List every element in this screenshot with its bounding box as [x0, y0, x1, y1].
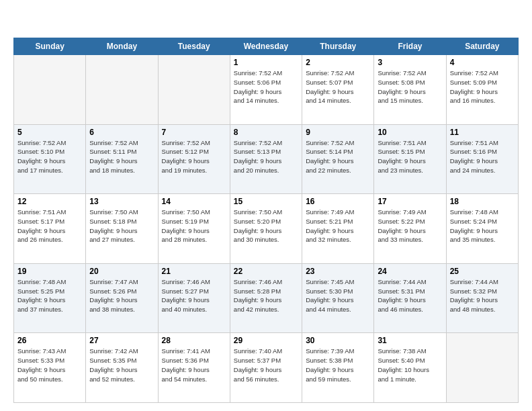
calendar-week-row: 1Sunrise: 7:52 AM Sunset: 5:06 PM Daylig… [14, 55, 519, 125]
day-info: Sunrise: 7:44 AM Sunset: 5:31 PM Dayligh… [378, 277, 442, 314]
calendar-week-row: 5Sunrise: 7:52 AM Sunset: 5:10 PM Daylig… [14, 124, 519, 194]
logo-icon [13, 12, 32, 31]
calendar-day-16: 16Sunrise: 7:49 AM Sunset: 5:21 PM Dayli… [302, 194, 374, 264]
header [13, 12, 519, 31]
day-header-saturday: Saturday [446, 38, 518, 55]
day-info: Sunrise: 7:52 AM Sunset: 5:07 PM Dayligh… [306, 68, 370, 105]
calendar-day-17: 17Sunrise: 7:49 AM Sunset: 5:22 PM Dayli… [374, 194, 446, 264]
calendar-day-11: 11Sunrise: 7:51 AM Sunset: 5:16 PM Dayli… [446, 124, 518, 194]
day-info: Sunrise: 7:50 AM Sunset: 5:18 PM Dayligh… [89, 208, 154, 244]
day-number: 17 [378, 197, 442, 206]
day-info: Sunrise: 7:45 AM Sunset: 5:30 PM Dayligh… [306, 277, 370, 314]
calendar-day-7: 7Sunrise: 7:52 AM Sunset: 5:12 PM Daylig… [158, 124, 230, 194]
day-number: 3 [378, 58, 442, 67]
day-info: Sunrise: 7:43 AM Sunset: 5:33 PM Dayligh… [17, 347, 82, 383]
day-info: Sunrise: 7:49 AM Sunset: 5:21 PM Dayligh… [306, 208, 370, 244]
calendar-day-12: 12Sunrise: 7:51 AM Sunset: 5:17 PM Dayli… [14, 194, 86, 264]
day-header-thursday: Thursday [302, 38, 374, 55]
day-info: Sunrise: 7:41 AM Sunset: 5:36 PM Dayligh… [162, 347, 226, 383]
day-number: 21 [162, 267, 226, 276]
calendar-week-row: 19Sunrise: 7:48 AM Sunset: 5:25 PM Dayli… [14, 263, 519, 333]
calendar-day-1: 1Sunrise: 7:52 AM Sunset: 5:06 PM Daylig… [230, 55, 302, 125]
day-number: 5 [17, 128, 82, 137]
day-info: Sunrise: 7:46 AM Sunset: 5:27 PM Dayligh… [162, 277, 226, 314]
day-number: 26 [17, 336, 82, 345]
calendar-day-14: 14Sunrise: 7:50 AM Sunset: 5:19 PM Dayli… [158, 194, 230, 264]
day-number: 27 [89, 336, 154, 345]
day-info: Sunrise: 7:38 AM Sunset: 5:40 PM Dayligh… [378, 347, 442, 383]
day-header-monday: Monday [86, 38, 158, 55]
day-info: Sunrise: 7:50 AM Sunset: 5:20 PM Dayligh… [234, 208, 298, 244]
day-info: Sunrise: 7:51 AM Sunset: 5:17 PM Dayligh… [17, 208, 82, 244]
day-info: Sunrise: 7:39 AM Sunset: 5:38 PM Dayligh… [306, 347, 370, 383]
calendar-day-13: 13Sunrise: 7:50 AM Sunset: 5:18 PM Dayli… [86, 194, 158, 264]
day-info: Sunrise: 7:42 AM Sunset: 5:35 PM Dayligh… [89, 347, 154, 383]
day-header-wednesday: Wednesday [230, 38, 302, 55]
day-number: 31 [378, 336, 442, 345]
day-info: Sunrise: 7:40 AM Sunset: 5:37 PM Dayligh… [234, 347, 298, 383]
calendar-day-26: 26Sunrise: 7:43 AM Sunset: 5:33 PM Dayli… [14, 333, 86, 403]
calendar-day-15: 15Sunrise: 7:50 AM Sunset: 5:20 PM Dayli… [230, 194, 302, 264]
logo [13, 12, 35, 31]
day-info: Sunrise: 7:52 AM Sunset: 5:09 PM Dayligh… [450, 68, 515, 105]
day-number: 20 [89, 267, 154, 276]
calendar-day-25: 25Sunrise: 7:44 AM Sunset: 5:32 PM Dayli… [446, 263, 518, 333]
calendar-day-4: 4Sunrise: 7:52 AM Sunset: 5:09 PM Daylig… [446, 55, 518, 125]
day-info: Sunrise: 7:48 AM Sunset: 5:25 PM Dayligh… [17, 277, 82, 314]
calendar-day-28: 28Sunrise: 7:41 AM Sunset: 5:36 PM Dayli… [158, 333, 230, 403]
day-info: Sunrise: 7:52 AM Sunset: 5:12 PM Dayligh… [162, 138, 226, 175]
day-info: Sunrise: 7:52 AM Sunset: 5:08 PM Dayligh… [378, 68, 442, 105]
day-number: 28 [162, 336, 226, 345]
day-info: Sunrise: 7:49 AM Sunset: 5:22 PM Dayligh… [378, 208, 442, 244]
day-number: 18 [450, 197, 515, 206]
day-number: 15 [234, 197, 298, 206]
calendar-day-24: 24Sunrise: 7:44 AM Sunset: 5:31 PM Dayli… [374, 263, 446, 333]
day-info: Sunrise: 7:52 AM Sunset: 5:11 PM Dayligh… [89, 138, 154, 175]
day-number: 2 [306, 58, 370, 67]
day-number: 1 [234, 58, 298, 67]
day-info: Sunrise: 7:50 AM Sunset: 5:19 PM Dayligh… [162, 208, 226, 244]
calendar-day-29: 29Sunrise: 7:40 AM Sunset: 5:37 PM Dayli… [230, 333, 302, 403]
day-number: 11 [450, 128, 515, 137]
day-number: 22 [234, 267, 298, 276]
calendar-day-27: 27Sunrise: 7:42 AM Sunset: 5:35 PM Dayli… [86, 333, 158, 403]
calendar-day-10: 10Sunrise: 7:51 AM Sunset: 5:15 PM Dayli… [374, 124, 446, 194]
calendar-day-empty [158, 55, 230, 125]
calendar-header-row: SundayMondayTuesdayWednesdayThursdayFrid… [14, 38, 519, 55]
calendar-day-empty [446, 333, 518, 403]
day-number: 12 [17, 197, 82, 206]
day-number: 25 [450, 267, 515, 276]
calendar-day-8: 8Sunrise: 7:52 AM Sunset: 5:13 PM Daylig… [230, 124, 302, 194]
calendar-day-22: 22Sunrise: 7:46 AM Sunset: 5:28 PM Dayli… [230, 263, 302, 333]
calendar-day-19: 19Sunrise: 7:48 AM Sunset: 5:25 PM Dayli… [14, 263, 86, 333]
calendar-day-31: 31Sunrise: 7:38 AM Sunset: 5:40 PM Dayli… [374, 333, 446, 403]
day-info: Sunrise: 7:51 AM Sunset: 5:16 PM Dayligh… [450, 138, 515, 175]
day-number: 7 [162, 128, 226, 137]
day-info: Sunrise: 7:52 AM Sunset: 5:06 PM Dayligh… [234, 68, 298, 105]
calendar-day-23: 23Sunrise: 7:45 AM Sunset: 5:30 PM Dayli… [302, 263, 374, 333]
calendar-day-21: 21Sunrise: 7:46 AM Sunset: 5:27 PM Dayli… [158, 263, 230, 333]
day-number: 29 [234, 336, 298, 345]
day-info: Sunrise: 7:52 AM Sunset: 5:10 PM Dayligh… [17, 138, 82, 175]
day-info: Sunrise: 7:51 AM Sunset: 5:15 PM Dayligh… [378, 138, 442, 175]
day-number: 8 [234, 128, 298, 137]
day-number: 4 [450, 58, 515, 67]
day-info: Sunrise: 7:44 AM Sunset: 5:32 PM Dayligh… [450, 277, 515, 314]
calendar-day-9: 9Sunrise: 7:52 AM Sunset: 5:14 PM Daylig… [302, 124, 374, 194]
calendar-day-30: 30Sunrise: 7:39 AM Sunset: 5:38 PM Dayli… [302, 333, 374, 403]
calendar-day-5: 5Sunrise: 7:52 AM Sunset: 5:10 PM Daylig… [14, 124, 86, 194]
calendar-day-6: 6Sunrise: 7:52 AM Sunset: 5:11 PM Daylig… [86, 124, 158, 194]
day-number: 9 [306, 128, 370, 137]
calendar-day-empty [86, 55, 158, 125]
day-number: 6 [89, 128, 154, 137]
day-number: 13 [89, 197, 154, 206]
day-header-tuesday: Tuesday [158, 38, 230, 55]
day-header-sunday: Sunday [14, 38, 86, 55]
calendar-day-20: 20Sunrise: 7:47 AM Sunset: 5:26 PM Dayli… [86, 263, 158, 333]
day-number: 30 [306, 336, 370, 345]
day-header-friday: Friday [374, 38, 446, 55]
calendar-week-row: 12Sunrise: 7:51 AM Sunset: 5:17 PM Dayli… [14, 194, 519, 264]
day-info: Sunrise: 7:52 AM Sunset: 5:13 PM Dayligh… [234, 138, 298, 175]
day-number: 23 [306, 267, 370, 276]
day-info: Sunrise: 7:52 AM Sunset: 5:14 PM Dayligh… [306, 138, 370, 175]
